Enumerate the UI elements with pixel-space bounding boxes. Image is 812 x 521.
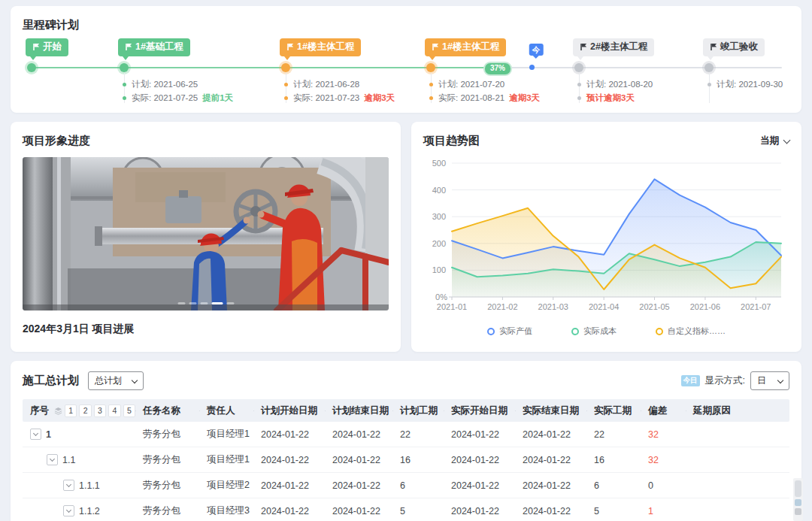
table-cell: 1.1.2 [23, 505, 135, 516]
date-text: 预计逾期3天 [586, 92, 635, 104]
level-button-1[interactable]: 1 [65, 404, 77, 417]
table-cell: 5 [586, 506, 641, 516]
svg-text:2021-06: 2021-06 [690, 302, 720, 311]
table-header-cell: 实际工期 [586, 404, 641, 417]
date-dot-icon [284, 83, 288, 86]
today-marker-badge: 今 [529, 44, 544, 56]
photo-caption: 2024年3月1日 项目进展 [23, 323, 389, 336]
expand-toggle-icon[interactable] [30, 429, 41, 440]
table-header-cell: 责任人 [199, 404, 253, 417]
table-cell: 2024-01-22 [515, 480, 586, 491]
cell-value: 劳务分包 [143, 453, 180, 466]
table-cell: 6 [392, 480, 444, 491]
table-cell: 2024-01-22 [444, 480, 515, 491]
cell-value: 5 [400, 506, 405, 516]
carousel-dots[interactable] [177, 302, 234, 304]
table-header-cell: 实际结束日期 [515, 404, 586, 417]
legend-marker-icon [571, 328, 579, 335]
expand-toggle-icon[interactable] [47, 454, 58, 465]
cell-value: 16 [594, 455, 604, 465]
milestone-card: 里程碑计划 开始1#基础工程计划: 2021-06-25实际: 2021-07-… [11, 6, 801, 113]
legend-item[interactable]: 实际产值 [487, 326, 532, 337]
table-cell: 2024-01-22 [515, 429, 586, 440]
cell-value: 2024-01-22 [261, 506, 309, 516]
legend-label: 实际成本 [583, 326, 617, 337]
carousel-dot[interactable] [177, 302, 185, 304]
level-button-2[interactable]: 2 [79, 404, 91, 417]
cell-value: 2024-01-22 [261, 455, 309, 465]
display-mode-select[interactable]: 日 [750, 371, 789, 390]
carousel-dot[interactable] [189, 302, 196, 304]
expand-toggle-icon[interactable] [63, 505, 74, 516]
plan-type-select-value: 总计划 [95, 374, 122, 387]
table-cell: 2024-01-22 [253, 429, 325, 440]
milestone-node [704, 63, 714, 72]
level-button-3[interactable]: 3 [94, 404, 106, 417]
cell-value: 16 [400, 455, 411, 465]
cell-value: 1 [648, 506, 653, 516]
cell-value: 2024-01-22 [451, 429, 499, 440]
table-cell: 32 [641, 455, 686, 465]
row-id: 1.1.2 [79, 506, 100, 516]
scrollbar-button[interactable] [795, 508, 801, 515]
table-row: 1.1劳务分包项目经理12024-01-222024-01-22162024-0… [23, 447, 789, 473]
today-badge[interactable]: 今日 [681, 375, 700, 386]
legend-label: 自定义指标…… [668, 326, 726, 337]
table-cell: 0 [641, 480, 686, 491]
level-button-5[interactable]: 5 [123, 404, 135, 417]
table-cell: 项目经理3 [199, 504, 253, 517]
table-cell: 劳务分包 [135, 479, 199, 492]
period-dropdown[interactable]: 当期 [760, 135, 789, 147]
today-marker-dot [529, 65, 535, 70]
milestone-label: 2#楼主体工程 [590, 41, 647, 53]
project-photo [23, 157, 389, 310]
table-cell: 5 [392, 506, 444, 516]
table-header-cell: 实际开始日期 [444, 404, 515, 417]
table-header-cell: 计划工期 [392, 404, 444, 417]
legend-item[interactable]: 自定义指标…… [656, 326, 726, 337]
carousel-dot[interactable] [211, 302, 223, 304]
chart-legend: 实际产值实际成本自定义指标…… [423, 326, 789, 337]
flag-icon [432, 43, 439, 51]
legend-item[interactable]: 实际成本 [571, 326, 617, 337]
cell-value: 2024-01-22 [451, 480, 499, 491]
row-id: 1 [46, 429, 51, 440]
table-cell: 16 [586, 455, 641, 465]
table-cell: 2024-01-22 [325, 429, 392, 440]
cell-value: 22 [594, 429, 604, 440]
column-label: 序号 [30, 404, 49, 417]
table-cell: 2024-01-22 [325, 455, 392, 465]
milestone-title: 里程碑计划 [23, 18, 789, 32]
svg-text:200: 200 [432, 239, 446, 248]
deviation-tag: 逾期3天 [364, 92, 395, 104]
table-cell: 2024-01-22 [444, 429, 515, 440]
cell-value: 项目经理2 [207, 479, 250, 492]
date-dot-icon [429, 83, 433, 86]
table-scrollbar[interactable] [793, 478, 803, 521]
date-dot-icon [123, 96, 126, 100]
milestone-node [426, 63, 435, 72]
display-mode-label: 显示方式: [705, 374, 745, 387]
cell-value: 2024-01-22 [451, 455, 499, 465]
plan-type-select[interactable]: 总计划 [88, 371, 144, 390]
carousel-dot[interactable] [226, 302, 234, 304]
trend-chart-card: 项目趋势图 当期 1002003004005000%2021-012021-02… [411, 122, 801, 352]
milestone-date-row: 计划: 2021-06-28 [284, 77, 395, 91]
scrollbar-button[interactable] [795, 499, 801, 506]
scrollbar-thumb[interactable] [795, 480, 801, 497]
carousel-dot[interactable] [200, 302, 208, 304]
table-row: 1.1.2劳务分包项目经理32024-01-222024-01-2252024-… [23, 498, 789, 521]
row-id: 1.1 [62, 455, 75, 465]
table-cell: 16 [392, 455, 444, 465]
chevron-down-icon [777, 377, 783, 383]
cell-value: 劳务分包 [143, 479, 180, 492]
expand-toggle-icon[interactable] [63, 480, 74, 491]
photo-carousel[interactable] [23, 157, 389, 310]
deviation-tag: 逾期3天 [509, 92, 540, 104]
table-header-cell: 偏差 [641, 404, 686, 417]
column-label: 偏差 [648, 404, 667, 417]
table-header-cell: 序号12345 [23, 404, 135, 417]
level-button-4[interactable]: 4 [108, 404, 120, 417]
date-dot-icon [577, 96, 581, 100]
date-dot-icon [577, 83, 581, 86]
